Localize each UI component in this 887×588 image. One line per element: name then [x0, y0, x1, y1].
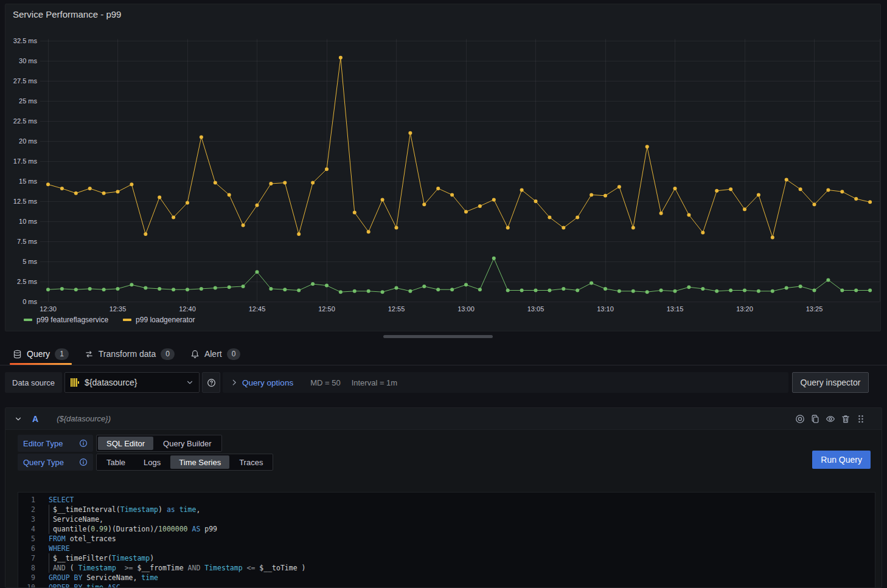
editor-tabbar: Query1Transform data0Alert0	[0, 343, 887, 365]
svg-text:27.5 ms: 27.5 ms	[13, 77, 38, 85]
process-icon	[85, 350, 94, 359]
svg-text:13:05: 13:05	[527, 305, 544, 313]
legend-swatch	[24, 319, 32, 321]
svg-text:12.5 ms: 12.5 ms	[13, 198, 38, 205]
code-line[interactable]: 4 quantile(0.99)(Duration)/1000000 AS p9…	[18, 524, 875, 534]
query-type-option-time-series[interactable]: Time Series	[170, 455, 229, 469]
query-inspector-button[interactable]: Query inspector	[792, 372, 869, 393]
svg-text:10 ms: 10 ms	[19, 218, 37, 225]
tab-alert[interactable]: Alert0	[183, 343, 248, 365]
collapse-chevron-down-icon[interactable]	[14, 415, 23, 423]
pane-resize-handle[interactable]	[383, 335, 493, 338]
query-type-option-traces[interactable]: Traces	[231, 455, 271, 469]
query-options-bar[interactable]: Query options MD = 50 Interval = 1m	[223, 372, 788, 393]
line-number: 6	[18, 544, 35, 553]
query-options-label[interactable]: Query options	[242, 378, 293, 387]
trash-icon[interactable]	[841, 414, 850, 424]
query-type-label-text: Query Type	[23, 458, 64, 467]
query-type-label: Query Type	[18, 454, 93, 471]
eye-icon[interactable]	[826, 414, 835, 424]
svg-text:2.5 ms: 2.5 ms	[17, 278, 38, 285]
timeseries-chart[interactable]: 0 ms2.5 ms5 ms7.5 ms10 ms12.5 ms15 ms17.…	[5, 25, 882, 316]
line-number: 3	[18, 514, 35, 524]
sql-code: 1SELECT2 $__timeInterval(Timestamp) as t…	[18, 495, 875, 588]
code-line[interactable]: 10ORDER BY time ASC	[18, 583, 875, 588]
code-line[interactable]: 2 $__timeInterval(Timestamp) as time,	[18, 505, 875, 514]
code-text: ServiceName,	[49, 514, 103, 524]
code-line[interactable]: 3 ServiceName,	[18, 514, 875, 524]
query-type-option-logs[interactable]: Logs	[135, 455, 169, 469]
query-ref-id: A	[32, 414, 38, 424]
info-circle-icon[interactable]	[79, 439, 88, 448]
series-p99-featureflagservice	[46, 257, 872, 294]
code-line[interactable]: 5FROM otel_traces	[18, 534, 875, 544]
code-text: $__timeFilter(Timestamp)	[49, 553, 154, 563]
editor-type-toggle: SQL EditorQuery Builder	[96, 435, 222, 452]
question-circle-icon	[207, 378, 216, 387]
chart-legend: p99 featureflagservicep99 loadgenerator	[24, 316, 195, 324]
chart-grid	[40, 39, 880, 302]
datasource-picker[interactable]: ${datasource}	[64, 372, 200, 393]
code-text: WHERE	[49, 544, 70, 553]
query-type-row: Query Type TableLogsTime SeriesTraces	[18, 454, 871, 471]
line-number: 9	[18, 573, 35, 583]
drag-handle-icon[interactable]	[856, 414, 866, 424]
angle-right-icon	[230, 378, 238, 387]
svg-text:22.5 ms: 22.5 ms	[13, 117, 38, 125]
legend-label: p99 loadgenerator	[136, 316, 195, 324]
svg-text:25 ms: 25 ms	[19, 97, 37, 105]
svg-text:5 ms: 5 ms	[23, 258, 37, 265]
chevron-down-icon	[186, 378, 194, 387]
datasource-help-button[interactable]	[202, 372, 220, 393]
code-line[interactable]: 8 AND ( Timestamp >= $__fromTime AND Tim…	[18, 563, 875, 573]
panel-title[interactable]: Service Performance - p99	[13, 9, 121, 19]
line-number: 2	[18, 505, 35, 514]
tab-query[interactable]: Query1	[5, 343, 77, 365]
svg-text:12:50: 12:50	[318, 305, 335, 313]
query-editor-row: A (${datasource}) Run Query Editor Type …	[5, 407, 882, 588]
record-circle-icon[interactable]	[795, 414, 805, 424]
code-text: $__timeInterval(Timestamp) as time,	[49, 505, 200, 514]
svg-text:12:45: 12:45	[249, 305, 266, 313]
tab-badge: 1	[55, 348, 69, 360]
query-type-option-table[interactable]: Table	[98, 455, 134, 469]
svg-text:7.5 ms: 7.5 ms	[17, 238, 38, 245]
series-p99-loadgenerator	[46, 56, 872, 240]
svg-text:32.5 ms: 32.5 ms	[13, 37, 38, 44]
editor-type-option-sql-editor[interactable]: SQL Editor	[98, 437, 153, 450]
line-number: 5	[18, 534, 35, 544]
svg-text:17.5 ms: 17.5 ms	[13, 157, 38, 165]
code-text: AND ( Timestamp >= $__fromTime AND Times…	[49, 563, 305, 573]
info-circle-icon[interactable]	[79, 458, 88, 466]
code-text: SELECT	[49, 495, 74, 505]
query-toolbar: Data source ${datasource} Query options …	[5, 372, 882, 393]
code-line[interactable]: 9GROUP BY ServiceName, time	[18, 573, 875, 583]
code-text: GROUP BY ServiceName, time	[49, 573, 158, 583]
legend-item-p99-loadgenerator[interactable]: p99 loadgenerator	[123, 316, 195, 324]
tab-badge: 0	[161, 348, 175, 360]
grafana-panel-editor: Service Performance - p99 0 ms2.5 ms5 ms…	[0, 0, 887, 588]
code-text: ORDER BY time ASC	[49, 583, 120, 588]
copy-icon[interactable]	[810, 414, 820, 424]
query-row-header[interactable]: A (${datasource})	[5, 408, 882, 430]
code-line[interactable]: 7 $__timeFilter(Timestamp)	[18, 553, 875, 563]
sql-editor[interactable]: 1SELECT2 $__timeInterval(Timestamp) as t…	[18, 492, 875, 588]
legend-label: p99 featureflagservice	[37, 316, 108, 324]
line-number: 1	[18, 495, 35, 505]
line-number: 10	[18, 583, 35, 588]
legend-item-p99-featureflagservice[interactable]: p99 featureflagservice	[24, 316, 108, 324]
legend-swatch	[123, 319, 131, 321]
line-number: 8	[18, 563, 35, 573]
editor-type-option-query-builder[interactable]: Query Builder	[155, 437, 220, 450]
code-line[interactable]: 6WHERE	[18, 544, 875, 553]
tab-badge: 0	[227, 348, 241, 360]
svg-text:13:25: 13:25	[806, 305, 823, 313]
svg-text:15 ms: 15 ms	[19, 178, 37, 185]
query-row-actions	[795, 414, 866, 424]
run-query-button[interactable]: Run Query	[812, 451, 871, 469]
svg-text:13:20: 13:20	[736, 305, 753, 313]
code-line[interactable]: 1SELECT	[18, 495, 875, 505]
datasource-label: Data source	[5, 372, 62, 393]
tab-transform-data[interactable]: Transform data0	[77, 343, 183, 365]
line-number: 7	[18, 553, 35, 563]
